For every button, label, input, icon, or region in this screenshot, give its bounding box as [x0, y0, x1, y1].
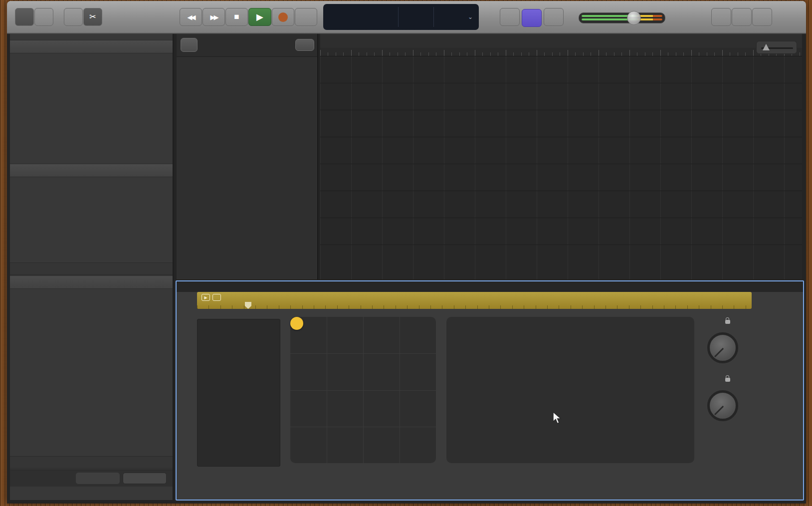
editor-play-chip[interactable]: ▶ [202, 294, 210, 301]
play-button[interactable]: ▶ [248, 8, 271, 26]
beats-presets-list [197, 319, 280, 467]
play-icon: ▶ [256, 11, 263, 22]
lcd-tempo [399, 4, 433, 30]
timeline [320, 34, 802, 279]
zoom-slider[interactable] [756, 41, 797, 54]
forward-button[interactable]: ▶▶ [203, 8, 225, 26]
play-icon: ▶ [204, 295, 207, 300]
library-sidebar [10, 34, 174, 500]
cycle-button[interactable] [295, 8, 317, 26]
swing-division-segmented [703, 427, 744, 439]
lcd-key [434, 4, 467, 30]
lcd-menu[interactable]: ⌄ [467, 4, 478, 30]
drummer-editor: ▶ [176, 280, 804, 501]
master-volume-meter [582, 18, 662, 20]
xy-pad[interactable] [290, 317, 436, 463]
xy-puck[interactable] [290, 317, 303, 330]
swing-knob[interactable] [707, 390, 738, 421]
lock-icon [725, 378, 730, 382]
editor-region-header[interactable]: ▶ [197, 292, 752, 309]
swing-label [704, 375, 748, 382]
toolbar: ✂ ◀◀ ▶▶ ■ ▶ ⌄ [7, 1, 806, 34]
region-layer [320, 34, 802, 279]
rewind-icon: ◀◀ [188, 13, 195, 21]
library-toggle-button[interactable] [15, 8, 34, 26]
drummer-list [10, 178, 173, 238]
screen: ✂ ◀◀ ▶▶ ■ ▶ ⌄ [0, 0, 812, 506]
loop-browser-button[interactable] [732, 8, 752, 26]
stop-icon: ■ [234, 12, 239, 22]
tuning-fork-button[interactable] [500, 8, 520, 26]
count-in-button[interactable] [522, 9, 542, 27]
drummer-header [10, 164, 173, 177]
delete-button[interactable] [76, 473, 120, 484]
metronome-button[interactable] [544, 8, 564, 26]
master-volume-meter [582, 15, 662, 17]
master-volume-thumb[interactable] [627, 11, 641, 25]
record-icon [278, 12, 288, 22]
sidebar-footer [10, 470, 173, 487]
lcd-position [323, 4, 398, 30]
footer-breadcrumb[interactable] [10, 456, 173, 469]
stop-button[interactable]: ■ [225, 8, 248, 26]
track-header-panel [177, 34, 318, 279]
record-button[interactable] [272, 8, 294, 26]
media-browser-button[interactable] [752, 8, 772, 26]
note-pad-button[interactable] [711, 8, 731, 26]
percussion-instrument-panel [446, 317, 694, 463]
library-header [10, 40, 173, 53]
scissors-icon: ✂ [89, 13, 96, 21]
artist-avatar [64, 65, 120, 121]
tuner-dial-button[interactable] [64, 8, 83, 26]
master-volume-slider[interactable] [579, 12, 665, 23]
editor-ruler-ticks [197, 305, 752, 309]
quick-help-button[interactable] [34, 8, 53, 26]
edit-tools-button[interactable]: ✂ [83, 8, 102, 26]
lock-icon [725, 320, 730, 324]
add-track-button[interactable] [181, 38, 198, 52]
chevron-down-icon: ⌄ [468, 13, 473, 20]
rewind-button[interactable]: ◀◀ [180, 8, 202, 26]
track-filter-button[interactable] [295, 39, 314, 51]
editor-region-chip[interactable] [212, 294, 221, 301]
forward-icon: ▶▶ [210, 13, 217, 21]
lcd-display[interactable]: ⌄ [323, 4, 479, 30]
editor-top-strip [177, 281, 803, 292]
save-button[interactable] [123, 473, 167, 484]
sounds-header [10, 275, 173, 289]
fills-knob[interactable] [707, 332, 738, 363]
fills-label [706, 317, 746, 324]
genre-breadcrumb[interactable] [10, 262, 173, 275]
zoom-slider-thumb[interactable] [763, 44, 770, 50]
mouse-cursor [552, 411, 563, 427]
